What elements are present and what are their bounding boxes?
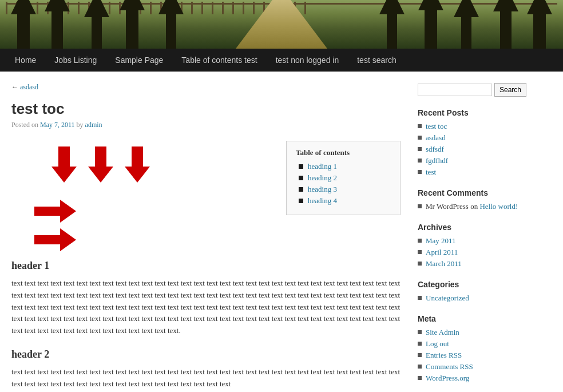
recent-post-link-2[interactable]: asdasd <box>426 133 446 142</box>
post-body-text-2: text text text text text text text text … <box>11 366 401 390</box>
meta-link-4[interactable]: Comments RSS <box>426 362 473 371</box>
post-header-2: header 2 <box>11 349 401 361</box>
archive-3[interactable]: March 2011 <box>418 259 538 268</box>
bullet <box>418 342 422 346</box>
meta-list: Site Admin Log out Entries RSS Comments … <box>418 328 538 383</box>
arrow-right-2 <box>34 228 286 251</box>
meta-section: Meta Site Admin Log out Entries RSS <box>418 314 538 383</box>
recent-posts-section: Recent Posts test toc asdasd sdfsdf <box>418 108 538 177</box>
nav-item-sample[interactable]: Sample Page <box>106 49 172 72</box>
sidebar-search-form: Search <box>418 83 538 97</box>
arrow-right-1 <box>34 200 286 223</box>
meta-link-1[interactable]: Site Admin <box>426 328 459 337</box>
toc-bullet-4 <box>299 199 303 203</box>
toc-box: Table of contents heading 1 heading 2 <box>286 141 401 215</box>
meta-item-3[interactable]: Entries RSS <box>418 351 538 360</box>
categories-section: Categories Uncategorized <box>418 280 538 303</box>
bullet <box>418 365 422 369</box>
recent-posts-title: Recent Posts <box>418 108 538 117</box>
archive-link-2[interactable]: April 2011 <box>426 248 458 257</box>
nav-item-home[interactable]: Home <box>6 49 45 72</box>
comment-author: Mr WordPress <box>426 202 469 211</box>
post-body-text-1: text text text text text text text text … <box>11 278 401 337</box>
recent-post-5[interactable]: test <box>418 168 538 177</box>
meta-item-2[interactable]: Log out <box>418 339 538 349</box>
search-input[interactable] <box>418 84 492 96</box>
arrow-down-1 <box>51 146 77 183</box>
toc-item-3[interactable]: heading 3 <box>299 185 391 194</box>
breadcrumb: ← asdasd <box>11 83 401 92</box>
recent-comments-title: Recent Comments <box>418 188 538 197</box>
recent-post-link-1[interactable]: test toc <box>426 122 447 131</box>
meta-link-3[interactable]: Entries RSS <box>426 351 462 360</box>
archive-link-1[interactable]: May 2011 <box>426 236 456 246</box>
recent-post-link-3[interactable]: sdfsdf <box>426 145 444 154</box>
nav-item-testsearch[interactable]: test search <box>348 49 405 72</box>
toc-link-2[interactable]: heading 2 <box>308 173 337 183</box>
post-meta: Posted on May 7, 2011 by admin <box>11 121 401 129</box>
category-link-1[interactable]: Uncategorized <box>426 294 469 303</box>
recent-comment-1: Mr WordPress on Hello world! <box>418 202 538 211</box>
post-date[interactable]: May 7, 2011 <box>40 121 75 129</box>
comment-on: on <box>470 202 478 211</box>
bullet <box>418 296 422 300</box>
post-title: test toc <box>11 100 401 118</box>
navigation: Home Jobs Listing Sample Page Table of c… <box>0 49 563 72</box>
recent-post-4[interactable]: fgdfhdf <box>418 156 538 165</box>
arrow-down-2 <box>88 146 113 183</box>
bullet <box>418 136 422 140</box>
bullet <box>418 353 422 357</box>
toc-title: Table of contents <box>296 148 391 157</box>
nav-item-toc[interactable]: Table of contents test <box>172 49 266 72</box>
site-header <box>0 0 563 49</box>
breadcrumb-link[interactable]: asdasd <box>20 83 38 91</box>
search-button[interactable]: Search <box>494 83 526 97</box>
recent-posts-list: test toc asdasd sdfsdf fgdfhdf <box>418 122 538 177</box>
bullet <box>418 250 422 254</box>
archive-1[interactable]: May 2011 <box>418 236 538 246</box>
meta-item-4[interactable]: Comments RSS <box>418 362 538 371</box>
archives-title: Archives <box>418 223 538 232</box>
bullet <box>418 204 422 208</box>
recent-post-2[interactable]: asdasd <box>418 133 538 142</box>
archive-2[interactable]: April 2011 <box>418 248 538 257</box>
comment-link[interactable]: Hello world! <box>479 202 518 211</box>
bullet <box>418 330 422 334</box>
bullet <box>418 376 422 380</box>
archive-link-3[interactable]: March 2011 <box>426 259 462 268</box>
sidebar: Search Recent Posts test toc asdasd <box>412 83 544 392</box>
bullet <box>418 170 422 174</box>
toc-link-4[interactable]: heading 4 <box>308 196 337 205</box>
down-arrows-group <box>51 146 286 183</box>
recent-post-link-4[interactable]: fgdfhdf <box>426 156 448 165</box>
meta-link-5[interactable]: WordPress.org <box>426 374 469 383</box>
recent-post-3[interactable]: sdfsdf <box>418 145 538 154</box>
archives-list: May 2011 April 2011 March 2011 <box>418 236 538 268</box>
recent-post-1[interactable]: test toc <box>418 122 538 131</box>
recent-comments-section: Recent Comments Mr WordPress on Hello wo… <box>418 188 538 211</box>
nav-item-jobs[interactable]: Jobs Listing <box>45 49 106 72</box>
post-author[interactable]: admin <box>85 121 102 129</box>
category-1[interactable]: Uncategorized <box>418 294 538 303</box>
toc-link-1[interactable]: heading 1 <box>308 162 337 171</box>
categories-list: Uncategorized <box>418 294 538 303</box>
nav-item-nonlogged[interactable]: test non logged in <box>267 49 348 72</box>
toc-item-2[interactable]: heading 2 <box>299 173 391 183</box>
bullet <box>418 124 422 128</box>
bullet <box>418 239 422 243</box>
toc-bullet-1 <box>299 164 303 169</box>
meta-item-1[interactable]: Site Admin <box>418 328 538 337</box>
meta-item-5[interactable]: WordPress.org <box>418 374 538 383</box>
categories-title: Categories <box>418 280 538 289</box>
toc-item-4[interactable]: heading 4 <box>299 196 391 205</box>
meta-title: Meta <box>418 314 538 323</box>
recent-post-link-5[interactable]: test <box>426 168 436 177</box>
arrow-down-3 <box>125 146 150 183</box>
bullet <box>418 262 422 266</box>
toc-item-1[interactable]: heading 1 <box>299 162 391 171</box>
toc-bullet-2 <box>299 176 303 180</box>
archives-section: Archives May 2011 April 2011 March 2011 <box>418 223 538 268</box>
toc-link-3[interactable]: heading 3 <box>308 185 337 194</box>
meta-link-2[interactable]: Log out <box>426 339 449 349</box>
recent-comments-list: Mr WordPress on Hello world! <box>418 202 538 211</box>
